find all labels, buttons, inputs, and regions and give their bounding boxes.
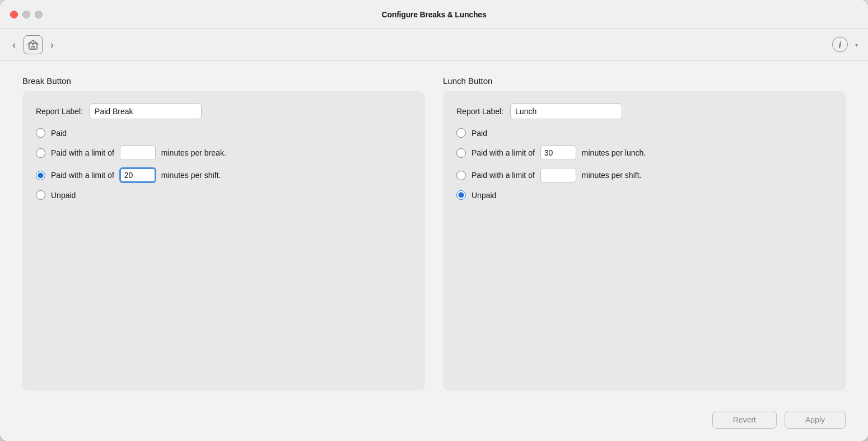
lunch-paid-row: Paid	[456, 128, 832, 138]
lunch-unpaid-label: Unpaid	[472, 191, 496, 200]
break-paid-limit-break-label: Paid with a limit of	[51, 148, 114, 157]
lunch-report-label-input[interactable]	[510, 104, 622, 119]
break-paid-limit-shift-row: Paid with a limit of minutes per shift.	[36, 168, 412, 182]
lunch-report-label-text: Report Label:	[456, 107, 503, 116]
lunch-paid-limit-lunch-row: Paid with a limit of minutes per lunch.	[456, 146, 832, 160]
window-title: Configure Breaks & Lunches	[382, 10, 487, 19]
lunch-radio-options: Paid Paid with a limit of minutes per lu…	[456, 128, 832, 200]
toolbar-nav: ‹ ›	[9, 35, 57, 54]
lunch-unpaid-radio[interactable]	[456, 190, 466, 200]
lunch-paid-limit-shift-radio[interactable]	[456, 171, 466, 180]
forward-button[interactable]: ›	[47, 37, 57, 52]
break-unpaid-radio[interactable]	[36, 190, 45, 200]
lunch-paid-limit-shift-row: Paid with a limit of minutes per shift.	[456, 168, 832, 182]
break-unpaid-label: Unpaid	[51, 191, 76, 200]
break-section: Break Button Report Label: Paid	[22, 76, 425, 391]
lunch-section-title: Lunch Button	[443, 76, 846, 86]
lunch-paid-limit-lunch-input[interactable]	[540, 146, 576, 160]
home-icon	[27, 39, 39, 50]
back-button[interactable]: ‹	[9, 37, 19, 52]
toolbar: ‹ › i ▾	[0, 29, 868, 60]
apply-button[interactable]: Apply	[785, 411, 846, 429]
break-report-label-input[interactable]	[90, 104, 202, 119]
break-unpaid-row: Unpaid	[36, 190, 412, 200]
break-paid-limit-break-row: Paid with a limit of minutes per break.	[36, 146, 412, 160]
lunch-paid-limit-shift-label: Paid with a limit of	[472, 171, 535, 180]
lunch-paid-limit-lunch-radio[interactable]	[456, 148, 466, 158]
break-section-title: Break Button	[22, 76, 425, 86]
panels-row: Break Button Report Label: Paid	[22, 76, 846, 391]
main-content: Break Button Report Label: Paid	[0, 60, 868, 402]
break-report-label-text: Report Label:	[36, 107, 83, 116]
break-paid-limit-break-suffix: minutes per break.	[161, 148, 226, 157]
break-panel-box: Report Label: Paid Paid with	[22, 91, 425, 391]
info-icon: i	[839, 40, 841, 49]
maximize-button[interactable]	[35, 11, 43, 18]
info-chevron-icon: ▾	[855, 41, 858, 48]
lunch-paid-radio[interactable]	[456, 128, 466, 138]
break-paid-limit-break-radio[interactable]	[36, 148, 45, 158]
break-report-label-row: Report Label:	[36, 104, 412, 119]
svg-point-1	[32, 43, 34, 45]
main-window: Configure Breaks & Lunches ‹ › i ▾	[0, 0, 868, 441]
lunch-paid-limit-shift-suffix: minutes per shift.	[582, 171, 642, 180]
revert-button[interactable]: Revert	[712, 411, 777, 429]
lunch-section: Lunch Button Report Label: Paid	[443, 76, 846, 391]
break-paid-label: Paid	[51, 129, 67, 138]
minimize-button[interactable]	[22, 11, 30, 18]
break-paid-radio[interactable]	[36, 128, 45, 138]
break-paid-limit-shift-radio[interactable]	[36, 171, 45, 180]
lunch-paid-limit-shift-input[interactable]	[540, 168, 576, 182]
break-radio-options: Paid Paid with a limit of minutes per br…	[36, 128, 412, 200]
break-paid-limit-shift-suffix: minutes per shift.	[161, 171, 221, 180]
break-paid-limit-break-input[interactable]	[120, 146, 156, 160]
info-button[interactable]: i	[832, 37, 848, 53]
lunch-report-label-row: Report Label:	[456, 104, 832, 119]
footer: Revert Apply	[0, 402, 868, 441]
lunch-unpaid-row: Unpaid	[456, 190, 832, 200]
lunch-paid-limit-lunch-label: Paid with a limit of	[472, 148, 535, 157]
home-button[interactable]	[24, 35, 43, 54]
break-paid-limit-shift-input[interactable]	[120, 168, 156, 182]
traffic-lights	[10, 11, 43, 18]
lunch-paid-label: Paid	[472, 129, 487, 138]
lunch-panel-box: Report Label: Paid Paid with	[443, 91, 846, 391]
close-button[interactable]	[10, 11, 18, 18]
title-bar: Configure Breaks & Lunches	[0, 0, 868, 29]
break-paid-limit-shift-label: Paid with a limit of	[51, 171, 114, 180]
lunch-paid-limit-lunch-suffix: minutes per lunch.	[582, 148, 646, 157]
break-paid-row: Paid	[36, 128, 412, 138]
